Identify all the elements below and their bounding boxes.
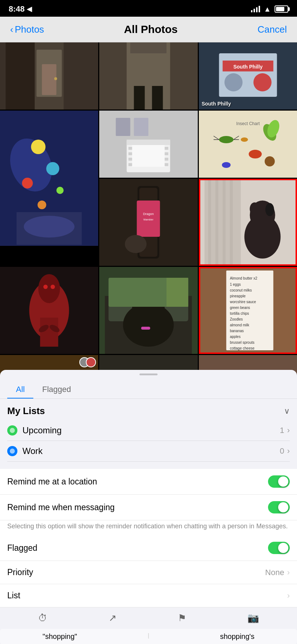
keyboard-suggestions: "shopping" | shopping's [0,629,297,644]
my-lists-section: My Lists ∨ Upcoming 1 › Work [0,399,297,465]
priority-label: Priority [7,567,33,577]
status-bar: 8:48 ◀ ▲ [0,0,297,17]
flagged-row: Flagged [0,535,297,561]
list-label: List [7,591,20,600]
list-item-left: Upcoming [7,425,62,435]
work-dot [7,446,17,456]
upcoming-count: 1 [280,426,284,435]
photo-cell[interactable] [99,267,197,354]
svg-rect-35 [134,118,148,136]
svg-rect-34 [116,118,130,136]
remind-messaging-row: Remind me when messaging [0,495,297,520]
chevron-down-icon[interactable]: ∨ [284,406,290,416]
svg-point-68 [38,274,60,303]
flag-icon[interactable]: ⚑ [178,612,186,624]
svg-point-15 [224,73,242,91]
photo-cell[interactable]: South Philly South Philly [199,42,297,110]
svg-rect-9 [152,86,163,110]
tab-flagged[interactable]: Flagged [33,381,80,399]
camera-icon[interactable]: 📷 [247,612,259,624]
back-button[interactable]: ‹ Photos [10,24,44,35]
work-chevron-icon: › [287,446,290,456]
svg-rect-61 [230,179,233,266]
svg-text:coconut milks: coconut milks [230,288,252,292]
photo-text: South Philly [202,101,294,107]
svg-text:Zoodles: Zoodles [230,317,243,321]
clock-icon[interactable]: ⏱ [38,612,47,624]
svg-text:Almond butter x2: Almond butter x2 [230,276,257,280]
flagged-label: Flagged [7,543,37,553]
upcoming-dot [7,425,17,435]
back-label[interactable]: Photos [15,24,44,35]
photo-cell[interactable]: Insect Chart [199,111,297,178]
svg-rect-69 [40,318,58,347]
list-row[interactable]: List › [0,584,297,607]
status-right: ▲ [251,5,288,13]
svg-point-55 [125,235,147,253]
signal-icon [251,6,260,12]
priority-row[interactable]: Priority None › [0,561,297,584]
remind-location-row: Remind me at a location [0,469,297,495]
svg-text:pineapple: pineapple [230,294,246,298]
photo-cell-list[interactable]: Almond butter x2 1 eggs coconut milks pi… [199,267,297,354]
photo-cell[interactable] [0,111,98,246]
svg-text:tortilla chips: tortilla chips [230,311,249,315]
svg-text:green beans: green beans [230,306,250,310]
page-title: All Photos [124,23,177,36]
svg-rect-8 [134,86,145,110]
svg-text:brussel sprouts: brussel sprouts [230,340,254,344]
svg-rect-10 [130,42,167,53]
svg-point-23 [57,187,64,194]
svg-point-19 [31,140,46,154]
work-count: 0 [280,446,284,456]
svg-rect-60 [222,179,225,266]
svg-text:almond milk: almond milk [230,323,249,327]
work-label: Work [22,446,43,456]
svg-text:Wambler: Wambler [143,218,154,221]
bottom-sheet: All Flagged My Lists ∨ Upcoming 1 › [0,370,297,644]
upcoming-chevron-icon: › [287,426,290,435]
svg-text:1 eggs: 1 eggs [230,282,240,286]
remind-messaging-label: Remind me when messaging [7,503,115,512]
svg-point-20 [22,178,33,189]
suggestion-1[interactable]: "shopping" [43,632,77,641]
remind-messaging-note: Selecting this option will show the remi… [0,520,297,535]
priority-value-group: None › [265,568,290,577]
svg-point-21 [46,162,59,175]
svg-point-25 [24,216,75,238]
svg-text:bananas: bananas [230,329,243,333]
photo-cell[interactable]: Dragon Wambler [99,179,197,266]
svg-text:South Philly: South Philly [233,64,263,70]
svg-rect-36 [204,111,291,178]
svg-point-47 [264,156,275,166]
svg-rect-59 [215,179,218,266]
priority-chevron-icon: › [287,568,290,577]
list-chevron-icon: › [287,591,290,600]
svg-point-48 [240,137,248,142]
svg-point-65 [265,203,274,216]
remind-location-toggle[interactable] [268,475,290,488]
photo-cell[interactable] [99,42,197,110]
my-lists-header: My Lists ∨ [7,405,290,417]
location-arrow-icon[interactable]: ↗ [109,612,117,624]
svg-point-46 [222,162,230,168]
svg-point-38 [219,136,233,143]
photo-cell[interactable] [0,267,98,354]
list-item-work[interactable]: Work 0 › [7,441,290,462]
tab-all[interactable]: All [7,381,33,399]
svg-text:worcshire sauce: worcshire sauce [229,300,256,304]
wifi-icon: ▲ [264,5,271,13]
svg-rect-4 [42,64,57,95]
svg-point-45 [248,150,262,158]
list-item-upcoming[interactable]: Upcoming 1 › [7,420,290,441]
remind-messaging-toggle[interactable] [268,501,290,513]
photo-cell-selected[interactable] [199,179,297,266]
photo-cell[interactable] [99,111,197,178]
suggestion-2[interactable]: shopping's [220,632,254,641]
photo-cell[interactable] [0,42,98,110]
svg-point-72 [43,285,48,289]
priority-value: None [265,568,284,577]
cancel-button[interactable]: Cancel [258,24,287,35]
flagged-toggle[interactable] [268,542,290,554]
svg-rect-58 [208,179,211,266]
